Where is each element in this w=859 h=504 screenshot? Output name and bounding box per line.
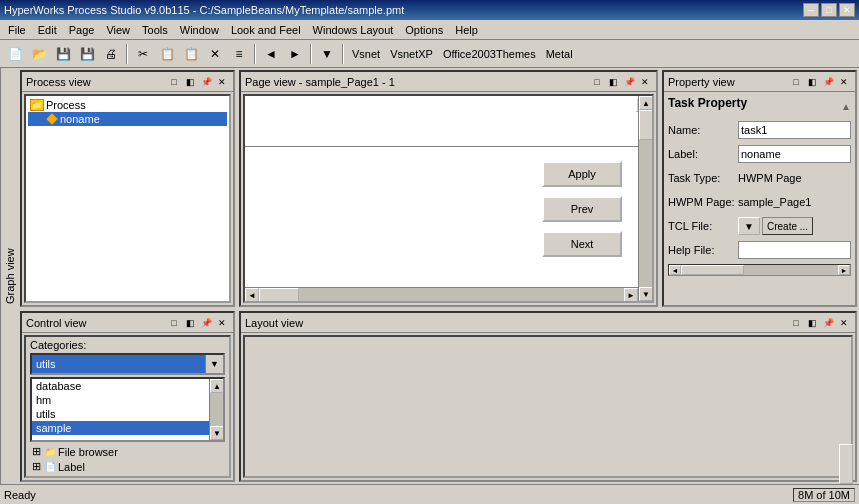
scroll-h-track[interactable]	[259, 288, 624, 301]
theme-metal[interactable]: Metal	[542, 48, 577, 60]
next-button[interactable]: Next	[542, 231, 622, 257]
prop-scroll-left[interactable]: ◄	[669, 265, 681, 275]
control-view-pin[interactable]: 📌	[199, 316, 213, 330]
scroll-track[interactable]	[639, 110, 652, 287]
new-button[interactable]: 📄	[4, 43, 26, 65]
theme-vsnetxp[interactable]: VsnetXP	[386, 48, 437, 60]
control-view-restore[interactable]: □	[167, 316, 181, 330]
list-item-hm[interactable]: hm	[32, 393, 209, 407]
control-view-float[interactable]: ◧	[183, 316, 197, 330]
menu-item-options[interactable]: Options	[399, 22, 449, 38]
page-scrollbar-h[interactable]: ◄ ►	[245, 287, 638, 301]
menu-item-tools[interactable]: Tools	[136, 22, 174, 38]
page-view-close[interactable]: ✕	[638, 75, 652, 89]
menu-item-window[interactable]: Window	[174, 22, 225, 38]
layout-view-close[interactable]: ✕	[837, 316, 851, 330]
process-view-close[interactable]: ✕	[215, 75, 229, 89]
apply-button[interactable]: Apply	[542, 161, 622, 187]
align-button[interactable]: ≡	[228, 43, 250, 65]
name-input[interactable]	[738, 121, 851, 139]
scroll-right-btn[interactable]: ►	[624, 288, 638, 302]
tree-item-process[interactable]: 📁 Process	[28, 98, 227, 112]
page-view-pin[interactable]: 📌	[622, 75, 636, 89]
list-scroll-up[interactable]: ▲	[210, 379, 224, 393]
name-label: Name:	[668, 124, 738, 136]
help-file-input[interactable]	[738, 241, 851, 259]
back-button[interactable]: ◄	[260, 43, 282, 65]
close-button[interactable]: ✕	[839, 3, 855, 17]
menu-item-page[interactable]: Page	[63, 22, 101, 38]
content-area: Process view □ ◧ 📌 ✕ 📁 Process	[18, 68, 859, 484]
forward-button[interactable]: ►	[284, 43, 306, 65]
category-dropdown[interactable]: utils ▼	[30, 353, 225, 375]
property-view-close[interactable]: ✕	[837, 75, 851, 89]
page-view-title: Page view - sample_Page1 - 1	[245, 76, 395, 88]
menu-item-help[interactable]: Help	[449, 22, 484, 38]
tree-file-browser[interactable]: ⊞ 📁 File browser	[28, 444, 227, 459]
prop-scroll-h[interactable]: ◄ ►	[668, 264, 851, 276]
property-view-restore[interactable]: □	[789, 75, 803, 89]
process-view-title: Process view	[26, 76, 91, 88]
menu-item-file[interactable]: File	[2, 22, 32, 38]
property-view-pin[interactable]: 📌	[821, 75, 835, 89]
property-view-float[interactable]: ◧	[805, 75, 819, 89]
save-button[interactable]: 💾	[52, 43, 74, 65]
delete-button[interactable]: ✕	[204, 43, 226, 65]
graph-view-tab[interactable]: Graph view	[0, 68, 18, 484]
page-view-float[interactable]: ◧	[606, 75, 620, 89]
copy-button[interactable]: 📋	[156, 43, 178, 65]
tree-item-noname[interactable]: noname	[28, 112, 227, 126]
scroll-down-btn[interactable]: ▼	[639, 287, 653, 301]
category-dropdown-arrow[interactable]: ▼	[205, 355, 223, 373]
open-button[interactable]: 📂	[28, 43, 50, 65]
cut-button[interactable]: ✂	[132, 43, 154, 65]
control-view-close[interactable]: ✕	[215, 316, 229, 330]
hwpm-page-value: sample_Page1	[738, 196, 811, 208]
list-item-database[interactable]: database	[32, 379, 209, 393]
property-view-content: Task Property ▲ Name: Label: Task Type: …	[664, 92, 855, 305]
menu-item-look-and-feel[interactable]: Look and Feel	[225, 22, 307, 38]
scroll-h-thumb[interactable]	[259, 288, 299, 302]
top-panels: Process view □ ◧ 📌 ✕ 📁 Process	[18, 68, 859, 309]
tree-label[interactable]: ⊞ 📄 Label	[28, 459, 227, 474]
layout-view-restore[interactable]: □	[789, 316, 803, 330]
process-view-pin[interactable]: 📌	[199, 75, 213, 89]
folder-icon: 📁	[30, 99, 44, 111]
list-item-sample[interactable]: sample	[32, 421, 209, 435]
prop-row-tcl: TCL File: ▼ Create ...	[668, 216, 851, 236]
maximize-button[interactable]: □	[821, 3, 837, 17]
tcl-create-button[interactable]: Create ...	[762, 217, 813, 235]
layout-view-title: Layout view	[245, 317, 303, 329]
scroll-up-btn[interactable]: ▲	[639, 96, 653, 110]
task-type-label: Task Type:	[668, 172, 738, 184]
menu-item-windows-layout[interactable]: Windows Layout	[307, 22, 400, 38]
save-all-button[interactable]: 💾	[76, 43, 98, 65]
paste-button[interactable]: 📋	[180, 43, 202, 65]
page-view-restore[interactable]: □	[590, 75, 604, 89]
property-scroll-up[interactable]: ▲	[841, 101, 851, 112]
menu-item-edit[interactable]: Edit	[32, 22, 63, 38]
layout-view-float[interactable]: ◧	[805, 316, 819, 330]
menu-item-view[interactable]: View	[100, 22, 136, 38]
theme-office2003[interactable]: Office2003Themes	[439, 48, 540, 60]
list-item-utils[interactable]: utils	[32, 407, 209, 421]
page-scrollbar-v[interactable]: ▲ ▼	[638, 96, 652, 301]
prop-scroll-track	[681, 265, 838, 275]
dropdown-button[interactable]: ▼	[316, 43, 338, 65]
process-view-restore[interactable]: □	[167, 75, 181, 89]
minimize-button[interactable]: ─	[803, 3, 819, 17]
prev-button[interactable]: Prev	[542, 196, 622, 222]
prop-scroll-right[interactable]: ►	[838, 265, 850, 275]
prop-scroll-thumb[interactable]	[681, 265, 744, 275]
print-button[interactable]: 🖨	[100, 43, 122, 65]
list-scroll-down[interactable]: ▼	[210, 426, 224, 440]
tcl-dropdown-btn[interactable]: ▼	[738, 217, 760, 235]
label-input[interactable]	[738, 145, 851, 163]
prop-row-help: Help File:	[668, 240, 851, 260]
theme-vsnet[interactable]: Vsnet	[348, 48, 384, 60]
process-view-float[interactable]: ◧	[183, 75, 197, 89]
scroll-left-btn[interactable]: ◄	[245, 288, 259, 302]
scroll-thumb[interactable]	[639, 110, 653, 140]
layout-view-pin[interactable]: 📌	[821, 316, 835, 330]
list-scrollbar[interactable]: ▲ ▼	[209, 379, 223, 440]
